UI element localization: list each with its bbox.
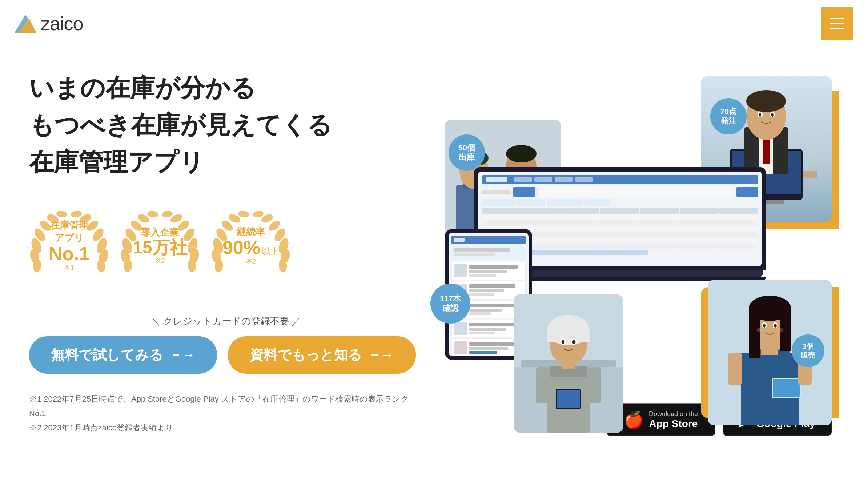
svg-point-83: [562, 340, 565, 344]
cta-buttons: 無料で試してみる －→ 資料でもっと知る －→: [29, 336, 416, 374]
award-value-1: No.1: [49, 244, 90, 263]
award-inline-note-3: 以上: [262, 245, 279, 257]
award-no1: 在庫管理アプリ No.1 ※1: [29, 202, 109, 289]
svg-point-103: [756, 328, 764, 332]
award-label-2: 導入企業: [133, 226, 187, 239]
badge-50: 50個 出庫: [449, 134, 485, 171]
svg-point-101: [763, 324, 766, 328]
headline: いまの在庫が分かる もつべき在庫が見えてくる 在庫管理アプリ: [29, 69, 416, 180]
awards-section: 在庫管理アプリ No.1 ※1: [29, 202, 416, 289]
badge-70: 70点 発注: [710, 98, 747, 134]
svg-point-56: [771, 113, 774, 117]
badge-3: 3個 販売: [792, 334, 824, 367]
person-warehouse-image: [514, 294, 623, 433]
svg-rect-74: [588, 367, 601, 403]
svg-point-84: [572, 340, 576, 344]
header: zaico: [0, 0, 868, 47]
logo: zaico: [15, 13, 83, 35]
svg-point-104: [776, 328, 783, 332]
apple-icon: 🍎: [624, 410, 644, 429]
svg-point-34: [238, 210, 250, 218]
svg-point-41: [252, 210, 264, 218]
svg-point-27: [161, 210, 173, 218]
award-companies: 導入企業 15万社 ※2: [120, 202, 200, 289]
arrow-icon-free: －→: [169, 346, 195, 364]
svg-point-65: [506, 145, 537, 162]
material-button[interactable]: 資料でもっと知る －→: [228, 336, 416, 374]
free-trial-button[interactable]: 無料で試してみる －→: [29, 336, 217, 374]
menu-button[interactable]: [821, 7, 853, 40]
svg-rect-97: [749, 307, 760, 358]
award-label-1: 在庫管理アプリ: [49, 220, 90, 244]
svg-point-20: [147, 210, 159, 218]
svg-point-102: [774, 324, 777, 328]
zaico-logo-icon: [15, 15, 36, 33]
svg-rect-91: [773, 379, 800, 397]
award-retention: 継続率 90% 以上 ※2: [211, 202, 291, 289]
svg-rect-76: [557, 390, 580, 408]
award-note-2: ※2: [133, 256, 187, 265]
arrow-icon-material: －→: [368, 346, 394, 364]
logo-text: zaico: [41, 13, 83, 35]
award-value-2: 15万社: [133, 239, 187, 256]
footnotes: ※1 2022年7月25日時点で、App StoreとGoogle Play ス…: [29, 392, 416, 435]
svg-rect-92: [728, 353, 742, 385]
award-note-1: ※1: [49, 263, 90, 272]
svg-point-55: [759, 113, 761, 117]
award-note-3: ※2: [222, 257, 279, 266]
svg-point-52: [746, 90, 786, 112]
left-content: いまの在庫が分かる もつべき在庫が見えてくる 在庫管理アプリ: [29, 47, 416, 447]
cta-note: ＼ クレジットカードの登録不要 ／: [29, 315, 416, 328]
badge-117: 117本 確認: [430, 284, 470, 324]
main-content: いまの在庫が分かる もつべき在庫が見えてくる 在庫管理アプリ: [0, 47, 868, 447]
svg-rect-80: [547, 334, 590, 342]
award-label-3: 継続率: [222, 226, 279, 238]
svg-rect-73: [536, 367, 548, 403]
warehouse-worker-svg: [514, 294, 623, 433]
right-content: 50個 出庫 70点 発注 117本 確認 3個 販売 🍎 Download o…: [416, 47, 839, 447]
award-value-3: 90%: [222, 238, 260, 257]
svg-point-6: [56, 210, 68, 218]
svg-point-13: [71, 210, 83, 218]
